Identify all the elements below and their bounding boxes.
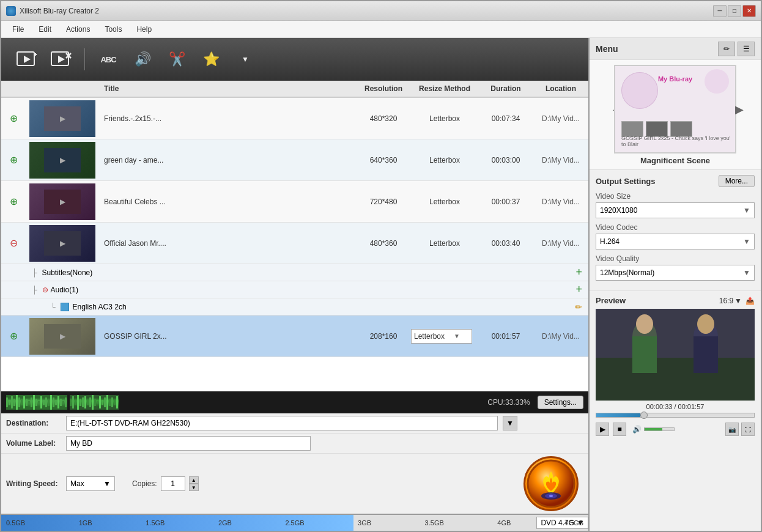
row-duration: 00:01:57 (478, 332, 533, 341)
effects-button[interactable]: ⭐ (198, 46, 224, 73)
menu-file[interactable]: File (6, 23, 30, 35)
progress-handle[interactable] (640, 412, 648, 419)
svg-rect-40 (60, 399, 62, 406)
svg-rect-61 (114, 400, 116, 405)
row-title: Friends.-.2x15.-... (99, 114, 356, 123)
stop-button[interactable]: ■ (613, 423, 626, 436)
edit-audio-btn[interactable]: ✏ (575, 302, 582, 312)
waveform-bar: CPU:33.33% Settings... (1, 391, 588, 413)
add-subtitle-btn[interactable]: + (575, 266, 582, 279)
text-button[interactable]: ABC (95, 46, 122, 73)
destination-input[interactable] (66, 416, 498, 430)
col-duration: Duration (478, 84, 533, 93)
svg-rect-29 (33, 395, 35, 410)
waveform-2 (70, 395, 119, 410)
row-duration: 00:03:00 (478, 156, 533, 164)
svg-rect-50 (87, 400, 89, 405)
output-settings-label: Output Settings (596, 177, 656, 186)
copies-up-btn[interactable]: ▲ (189, 476, 199, 484)
settings-button[interactable]: Settings... (538, 396, 583, 409)
right-panel: Menu ✏ ☰ ◀ (590, 38, 761, 531)
svg-rect-72 (632, 336, 657, 373)
copies-down-btn[interactable]: ▼ (189, 484, 199, 491)
video-codec-label: Video Codec (596, 223, 755, 232)
menu-actions[interactable]: Actions (60, 23, 96, 35)
effects-dropdown[interactable]: ▼ (232, 46, 259, 73)
menu-edit[interactable]: Edit (32, 23, 57, 35)
fullscreen-btn[interactable]: ⛶ (741, 423, 755, 436)
svg-rect-30 (35, 399, 37, 406)
add-audio-btn[interactable]: + (575, 283, 582, 296)
destination-dropdown[interactable]: ▼ (503, 416, 517, 430)
audio-button[interactable]: 🔊 (129, 46, 156, 73)
burn-button[interactable] (523, 456, 579, 511)
video-quality-select[interactable]: 12Mbps(Normal) ▼ (596, 265, 755, 281)
row-location: D:\My Vid... (533, 239, 588, 248)
volume-slider[interactable] (644, 427, 675, 431)
audio-collapse-btn[interactable]: ⊖ (42, 286, 48, 294)
row-add-btn[interactable]: ⊕ (1, 113, 26, 124)
screenshot-btn[interactable]: 📷 (725, 423, 739, 436)
add-video-button[interactable] (13, 46, 40, 73)
row-resize: Letterbox (411, 198, 478, 206)
svg-rect-19 (9, 400, 10, 405)
video-size-row: Video Size 1920X1080 ▼ (596, 192, 755, 218)
copies-label: Copies: (132, 479, 157, 488)
row-duration: 00:07:34 (478, 114, 533, 123)
svg-rect-21 (13, 399, 15, 406)
svg-rect-54 (97, 401, 98, 404)
menu-tools[interactable]: Tools (98, 23, 128, 35)
row-resolution: 208*160 (356, 332, 411, 341)
copies-input[interactable] (161, 476, 185, 491)
svg-rect-39 (57, 396, 59, 408)
row-add-btn[interactable]: ⊕ (1, 330, 26, 342)
row-title: Official Jason Mr.... (99, 239, 356, 248)
close-button[interactable]: ✕ (742, 5, 756, 17)
volume-label-input[interactable] (66, 436, 311, 451)
video-preview-display (596, 309, 755, 401)
svg-rect-43 (70, 399, 72, 406)
table-row: ⊕ ▶ GOSSIP GIRL 2x... 208*160 Letterbox … (1, 316, 588, 357)
output-settings-section: Output Settings More... Video Size 1920X… (590, 170, 761, 291)
toolbar: ABC 🔊 ✂️ ⭐ ▼ (1, 38, 588, 81)
volume-icon: 🔊 (632, 425, 642, 434)
video-size-select[interactable]: 1920X1080 ▼ (596, 202, 755, 218)
svg-rect-57 (104, 397, 106, 407)
row-title: Beautiful Celebs ... (99, 198, 356, 206)
svg-rect-58 (106, 395, 108, 410)
menu-list-icon[interactable]: ☰ (738, 42, 755, 56)
row-resolution: 720*480 (356, 198, 411, 206)
waveform-1 (6, 395, 67, 410)
preview-ratio: 16:9 ▼ (719, 297, 742, 305)
row-title: GOSSIP GIRL 2x... (99, 332, 356, 341)
menu-edit-icon[interactable]: ✏ (718, 42, 735, 56)
preview-export-btn[interactable]: 📤 (745, 297, 755, 305)
svg-rect-32 (40, 396, 42, 408)
row-resize: Letterbox (411, 239, 478, 248)
svg-rect-23 (18, 397, 20, 407)
minimize-button[interactable]: ─ (713, 5, 727, 17)
preview-progress-bar[interactable] (596, 413, 755, 418)
row-resize-dropdown[interactable]: Letterbox ▼ (411, 329, 478, 344)
writing-speed-select[interactable]: Max ▼ (66, 476, 115, 491)
svg-text:▶: ▶ (60, 156, 66, 164)
row-add-btn[interactable]: ⊕ (1, 154, 26, 166)
svg-rect-27 (28, 401, 30, 404)
menu-text-overlay: My Blu-ray (658, 75, 692, 83)
more-button[interactable]: More... (719, 175, 755, 187)
svg-rect-34 (45, 397, 47, 407)
row-duration: 00:00:37 (478, 198, 533, 206)
play-button[interactable]: ▶ (596, 423, 609, 436)
row-add-btn[interactable]: ⊕ (1, 196, 26, 207)
row-location: D:\My Vid... (533, 198, 588, 206)
svg-marker-1 (24, 56, 31, 63)
row-remove-btn[interactable]: ⊖ (1, 237, 26, 249)
menu-help[interactable]: Help (130, 23, 158, 35)
remove-button[interactable] (48, 46, 75, 73)
video-codec-select[interactable]: H.264 ▼ (596, 234, 755, 249)
preview-right-arrow[interactable]: ▶ (735, 103, 744, 116)
audio-track-label: English AC3 2ch (73, 303, 127, 311)
maximize-button[interactable]: □ (728, 5, 741, 17)
preview-time: 00:00:33 / 00:01:57 (596, 403, 755, 410)
clip-button[interactable]: ✂️ (163, 46, 190, 73)
